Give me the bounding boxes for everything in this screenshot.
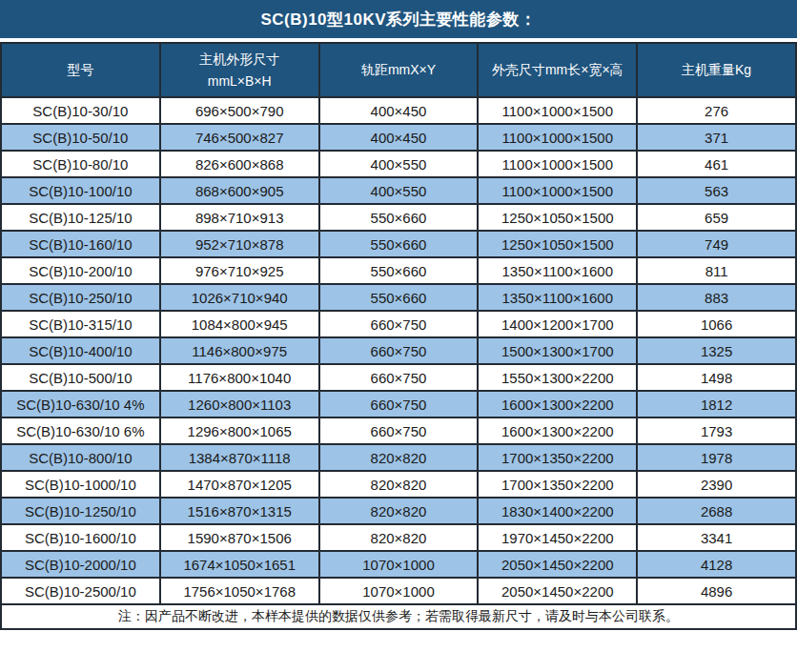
cell-enclosure-dimensions: 1100×1000×1500 [478,97,637,124]
cell-model: SC(B)10-1000/10 [1,471,160,498]
cell-main-unit-dimensions: 746×500×827 [160,124,319,151]
spec-sheet: SC(B)10型10KV系列主要性能参数： 型号 主机外形尺寸 mmL×B×H … [0,0,797,672]
cell-main-unit-dimensions: 1146×800×975 [160,337,319,364]
cell-main-unit-dimensions: 1516×870×1315 [160,498,319,524]
table-row: SC(B)10-2000/101674×1050×16511070×100020… [1,551,796,578]
cell-weight: 1793 [637,417,796,444]
cell-main-unit-dimensions: 1084×800×945 [160,311,319,337]
cell-weight: 2688 [637,498,796,524]
cell-rail-gauge: 660×750 [319,391,479,417]
cell-model: SC(B)10-315/10 [1,311,160,337]
cell-weight: 2390 [637,471,796,498]
cell-rail-gauge: 550×660 [319,257,479,284]
cell-rail-gauge: 400×550 [319,151,479,177]
table-row: SC(B)10-200/10976×710×925550×6601350×110… [1,257,796,284]
cell-model: SC(B)10-800/10 [1,444,160,471]
cell-enclosure-dimensions: 1600×1300×2200 [478,391,637,417]
cell-main-unit-dimensions: 976×710×925 [160,257,319,284]
column-header-weight: 主机重量Kg [637,43,796,97]
cell-enclosure-dimensions: 1700×1350×2200 [478,471,637,498]
cell-enclosure-dimensions: 1250×1050×1500 [478,204,637,231]
cell-rail-gauge: 820×820 [319,471,479,498]
table-row: SC(B)10-1000/101470×870×1205820×8201700×… [1,471,796,498]
table-row: SC(B)10-630/10 6%1296×800×1065660×750160… [1,417,796,444]
spec-table: 型号 主机外形尺寸 mmL×B×H 轨距mmX×Y 外壳尺寸mm长×宽×高 主机… [0,42,797,630]
column-header-rail-gauge: 轨距mmX×Y [319,43,479,97]
cell-weight: 749 [637,231,796,257]
table-row: SC(B)10-2500/101756×1050×17681070×100020… [1,578,796,604]
cell-weight: 1978 [637,444,796,471]
table-row: SC(B)10-100/10868×600×905400×5501100×100… [1,177,796,204]
cell-enclosure-dimensions: 1500×1300×1700 [478,337,637,364]
cell-rail-gauge: 550×660 [319,204,479,231]
cell-model: SC(B)10-100/10 [1,177,160,204]
cell-enclosure-dimensions: 1700×1350×2200 [478,444,637,471]
cell-rail-gauge: 1070×1000 [319,551,479,578]
cell-rail-gauge: 400×450 [319,97,479,124]
table-row: SC(B)10-160/10952×710×878550×6601250×105… [1,231,796,257]
footnote-row: 注：因产品不断改进，本样本提供的数据仅供参考；若需取得最新尺寸，请及时与本公司联… [1,604,796,629]
table-row: SC(B)10-50/10746×500×827400×4501100×1000… [1,124,796,151]
cell-model: SC(B)10-200/10 [1,257,160,284]
cell-model: SC(B)10-1250/10 [1,498,160,524]
table-row: SC(B)10-250/101026×710×940550×6601350×11… [1,284,796,311]
cell-enclosure-dimensions: 1400×1200×1700 [478,311,637,337]
footnote: 注：因产品不断改进，本样本提供的数据仅供参考；若需取得最新尺寸，请及时与本公司联… [1,604,796,629]
cell-rail-gauge: 1070×1000 [319,578,479,604]
cell-weight: 4128 [637,551,796,578]
cell-weight: 276 [637,97,796,124]
cell-weight: 659 [637,204,796,231]
cell-model: SC(B)10-2500/10 [1,578,160,604]
cell-enclosure-dimensions: 1100×1000×1500 [478,124,637,151]
cell-model: SC(B)10-250/10 [1,284,160,311]
cell-rail-gauge: 550×660 [319,284,479,311]
cell-main-unit-dimensions: 1590×870×1506 [160,524,319,551]
cell-model: SC(B)10-30/10 [1,97,160,124]
cell-enclosure-dimensions: 1350×1100×1600 [478,257,637,284]
cell-main-unit-dimensions: 952×710×878 [160,231,319,257]
cell-model: SC(B)10-50/10 [1,124,160,151]
column-header-enclosure-dimensions: 外壳尺寸mm长×宽×高 [478,43,637,97]
cell-model: SC(B)10-400/10 [1,337,160,364]
cell-main-unit-dimensions: 1674×1050×1651 [160,551,319,578]
table-row: SC(B)10-1250/101516×870×1315820×8201830×… [1,498,796,524]
cell-weight: 1812 [637,391,796,417]
cell-weight: 3341 [637,524,796,551]
cell-model: SC(B)10-630/10 6% [1,417,160,444]
cell-enclosure-dimensions: 2050×1450×2200 [478,578,637,604]
cell-model: SC(B)10-1600/10 [1,524,160,551]
cell-rail-gauge: 550×660 [319,231,479,257]
column-header-model: 型号 [1,43,160,97]
cell-weight: 563 [637,177,796,204]
cell-weight: 811 [637,257,796,284]
cell-model: SC(B)10-125/10 [1,204,160,231]
table-row: SC(B)10-500/101176×800×1040660×7501550×1… [1,364,796,391]
cell-main-unit-dimensions: 1026×710×940 [160,284,319,311]
cell-rail-gauge: 660×750 [319,417,479,444]
table-row: SC(B)10-400/101146×800×975660×7501500×13… [1,337,796,364]
cell-rail-gauge: 660×750 [319,311,479,337]
table-row: SC(B)10-315/101084×800×945660×7501400×12… [1,311,796,337]
cell-rail-gauge: 400×450 [319,124,479,151]
page-title: SC(B)10型10KV系列主要性能参数： [0,0,797,38]
cell-rail-gauge: 820×820 [319,444,479,471]
table-footer: 注：因产品不断改进，本样本提供的数据仅供参考；若需取得最新尺寸，请及时与本公司联… [1,604,796,629]
cell-enclosure-dimensions: 1100×1000×1500 [478,151,637,177]
cell-rail-gauge: 660×750 [319,337,479,364]
cell-main-unit-dimensions: 1470×870×1205 [160,471,319,498]
cell-enclosure-dimensions: 2050×1450×2200 [478,551,637,578]
cell-main-unit-dimensions: 1384×870×1118 [160,444,319,471]
cell-weight: 4896 [637,578,796,604]
cell-main-unit-dimensions: 898×710×913 [160,204,319,231]
cell-weight: 371 [637,124,796,151]
cell-model: SC(B)10-2000/10 [1,551,160,578]
cell-weight: 1498 [637,364,796,391]
column-header-main-unit-dimensions: 主机外形尺寸 mmL×B×H [160,43,319,97]
cell-weight: 1325 [637,337,796,364]
cell-main-unit-dimensions: 1176×800×1040 [160,364,319,391]
cell-enclosure-dimensions: 1600×1300×2200 [478,417,637,444]
cell-weight: 461 [637,151,796,177]
cell-main-unit-dimensions: 696×500×790 [160,97,319,124]
cell-model: SC(B)10-500/10 [1,364,160,391]
cell-rail-gauge: 660×750 [319,364,479,391]
